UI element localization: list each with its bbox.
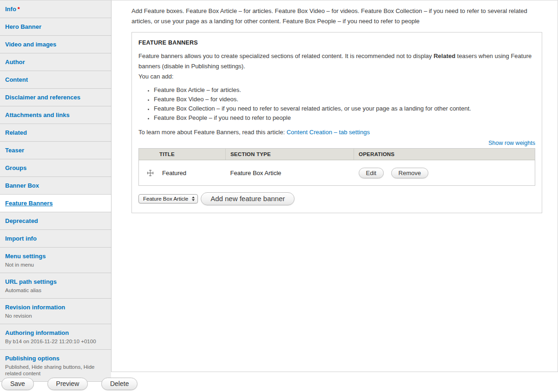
learn-more-text: To learn more about Feature Banners, rea… — [138, 127, 535, 137]
sidebar-item-groups[interactable]: Groups — [0, 159, 111, 177]
sidebar-item-authoring-information[interactable]: Authoring information By b14 on 2016-11-… — [0, 324, 111, 350]
sidebar-item-label: Import info — [5, 235, 37, 242]
row-section-type: Feature Box Article — [226, 160, 354, 186]
sidebar-item-revision-information[interactable]: Revision information No revision — [0, 299, 111, 324]
sidebar-item-label: Author — [5, 59, 25, 65]
sidebar-item-label: Menu settings — [5, 253, 46, 260]
sidebar-item-related[interactable]: Related — [0, 124, 111, 142]
column-header-title: TITLE — [139, 149, 226, 160]
save-button[interactable]: Save — [1, 378, 34, 390]
drag-handle-icon[interactable] — [146, 169, 154, 177]
sidebar-item-label: Publishing options — [5, 355, 59, 362]
sidebar-item-menu-settings[interactable]: Menu settings Not in menu — [0, 248, 111, 273]
pane-intro-text: Add Feature boxes. Feature Box Article –… — [131, 6, 542, 26]
sidebar-item-attachments-and-links[interactable]: Attachments and links — [0, 106, 111, 124]
sidebar-item-import-info[interactable]: Import info — [0, 230, 111, 248]
bullet-item: Feature Box Collection – if you need to … — [154, 104, 535, 113]
sidebar-item-summary: No revision — [5, 313, 106, 319]
you-can-add-text: You can add: — [138, 72, 535, 82]
sidebar-item-label: Video and images — [5, 41, 56, 48]
sidebar-item-label: URL path settings — [5, 278, 57, 285]
delete-button[interactable]: Delete — [101, 378, 138, 390]
sidebar-item-author[interactable]: Author — [0, 53, 111, 71]
sidebar-item-info[interactable]: Info* — [0, 0, 111, 18]
add-feature-banner-button[interactable]: Add new feature banner — [201, 192, 295, 205]
column-header-section-type: SECTION TYPE — [226, 149, 354, 160]
description-part1: Feature banners allows you to create spe… — [138, 52, 433, 59]
sidebar-item-content[interactable]: Content — [0, 71, 111, 89]
sidebar-item-label: Revision information — [5, 304, 65, 311]
sidebar-item-teaser[interactable]: Teaser — [0, 142, 111, 159]
sidebar-item-label: Teaser — [5, 147, 24, 154]
bullet-item: Feature Box Video – for videos. — [154, 95, 535, 104]
fieldset-description: Feature banners allows you to create spe… — [138, 51, 535, 72]
bullet-item: Feature Box Article – for articles. — [154, 85, 535, 95]
vertical-tabs-sidebar: Info* Hero Banner Video and images Autho… — [0, 0, 112, 372]
sidebar-item-label: Attachments and links — [5, 111, 70, 118]
sidebar-item-banner-box[interactable]: Banner Box — [0, 177, 111, 195]
sidebar-item-label: Deprecated — [5, 217, 38, 224]
sidebar-item-label: Feature Banners — [5, 200, 53, 207]
sidebar-item-label: Disclaimer and references — [5, 94, 80, 101]
table-row: Featured Feature Box Article Edit Remove — [139, 160, 535, 186]
select-stepper-icon — [192, 196, 195, 201]
node-edit-form: Info* Hero Banner Video and images Autho… — [0, 0, 558, 372]
remove-button[interactable]: Remove — [391, 168, 428, 178]
tab-pane-feature-banners: Add Feature boxes. Feature Box Article –… — [112, 0, 558, 372]
column-header-operations: OPERATIONS — [354, 149, 535, 160]
sidebar-item-deprecated[interactable]: Deprecated — [0, 212, 111, 230]
content-creation-link[interactable]: Content Creation – tab settings — [287, 129, 370, 136]
select-value: Feature Box Article — [143, 196, 188, 202]
sidebar-item-label: Related — [5, 129, 27, 136]
vertical-tabs-list: Info* Hero Banner Video and images Autho… — [0, 0, 111, 382]
sidebar-item-label: Info — [5, 6, 16, 13]
sidebar-item-label: Banner Box — [5, 182, 39, 189]
feature-box-bullet-list: Feature Box Article – for articles. Feat… — [138, 85, 535, 123]
show-row-weights-container: Show row weights — [138, 140, 535, 146]
section-type-select[interactable]: Feature Box Article — [138, 194, 198, 203]
description-bold-word: Related — [433, 52, 455, 59]
sidebar-item-label: Authoring information — [5, 329, 69, 336]
sidebar-item-summary: By b14 on 2016-11-22 11:20:10 +0100 — [5, 338, 106, 345]
feature-banners-fieldset: FEATURE BANNERS Feature banners allows y… — [131, 32, 542, 213]
row-title: Featured — [162, 170, 186, 176]
sidebar-item-video-and-images[interactable]: Video and images — [0, 36, 111, 53]
sidebar-item-disclaimer-and-references[interactable]: Disclaimer and references — [0, 89, 111, 106]
preview-button[interactable]: Preview — [47, 378, 88, 390]
add-feature-banner-row: Feature Box Article Add new feature bann… — [138, 192, 535, 205]
sidebar-item-hero-banner[interactable]: Hero Banner — [0, 18, 111, 36]
feature-banners-table: TITLE SECTION TYPE OPERATIONS — [138, 148, 535, 186]
learn-more-prefix: To learn more about Feature Banners, rea… — [138, 129, 287, 136]
sidebar-item-url-path-settings[interactable]: URL path settings Automatic alias — [0, 273, 111, 299]
sidebar-item-summary: Not in menu — [5, 261, 106, 268]
show-row-weights-link[interactable]: Show row weights — [488, 140, 535, 146]
sidebar-item-publishing-options[interactable]: Publishing options Published, Hide shari… — [0, 350, 111, 382]
sidebar-item-label: Content — [5, 76, 28, 83]
sidebar-item-feature-banners[interactable]: Feature Banners — [0, 195, 111, 212]
edit-button[interactable]: Edit — [359, 168, 384, 178]
sidebar-item-summary: Published, Hide sharing buttons, Hide re… — [5, 364, 106, 377]
required-marker: * — [18, 6, 20, 13]
bullet-item: Feature Box People – if you need to refe… — [154, 113, 535, 123]
sidebar-item-summary: Automatic alias — [5, 287, 106, 294]
sidebar-item-label: Hero Banner — [5, 23, 41, 30]
sidebar-item-label: Groups — [5, 164, 26, 171]
fieldset-legend: FEATURE BANNERS — [138, 39, 535, 46]
table-header-row: TITLE SECTION TYPE OPERATIONS — [139, 149, 535, 160]
